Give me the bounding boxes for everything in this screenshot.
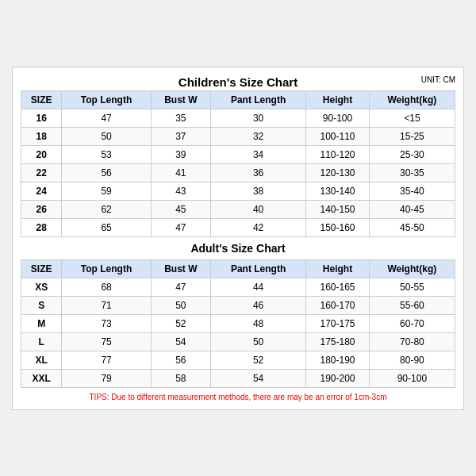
col-bust-w: Bust W	[151, 90, 210, 109]
adult-table-body: XS684744160-16550-55S715046160-17055-60M…	[21, 278, 455, 387]
table-cell: 47	[151, 278, 210, 296]
table-cell: 170-175	[306, 314, 369, 332]
table-cell: 73	[62, 314, 152, 332]
table-row: 20533934110-12025-30	[21, 145, 455, 163]
table-cell: 35-40	[369, 182, 455, 200]
table-cell: 68	[62, 278, 152, 296]
table-row: XXL795854190-20090-100	[21, 369, 455, 387]
table-cell: M	[21, 314, 62, 332]
table-cell: XS	[21, 278, 62, 296]
children-table-body: 1647353090-100<1518503732100-11015-25205…	[21, 109, 455, 236]
table-cell: 100-110	[306, 127, 369, 145]
table-row: S715046160-17055-60	[21, 296, 455, 314]
table-cell: 15-25	[369, 127, 455, 145]
table-row: 28654742150-16045-50	[21, 218, 455, 236]
table-cell: 130-140	[306, 182, 369, 200]
table-row: 24594338130-14035-40	[21, 182, 455, 200]
chart-container: Children's Size Chart UNIT: CM SIZE Top …	[12, 67, 464, 410]
table-row: 26624540140-15040-45	[21, 200, 455, 218]
children-size-table: SIZE Top Length Bust W Pant Length Heigh…	[21, 90, 455, 388]
adult-col-size: SIZE	[21, 259, 62, 278]
adult-header-row: SIZE Top Length Bust W Pant Length Heigh…	[21, 259, 455, 278]
table-cell: 47	[151, 218, 210, 236]
table-cell: 79	[62, 369, 152, 387]
table-cell: 38	[210, 182, 305, 200]
table-cell: XXL	[21, 369, 62, 387]
table-cell: 54	[210, 369, 305, 387]
table-cell: 71	[62, 296, 152, 314]
table-cell: 44	[210, 278, 305, 296]
table-cell: 56	[62, 163, 152, 182]
table-cell: 35	[151, 109, 210, 127]
table-row: M735248170-17560-70	[21, 314, 455, 332]
children-header-row: SIZE Top Length Bust W Pant Length Heigh…	[21, 90, 455, 109]
col-height: Height	[306, 90, 369, 109]
table-cell: 140-150	[306, 200, 369, 218]
unit-label: UNIT: CM	[421, 75, 455, 84]
table-cell: 36	[210, 163, 305, 182]
table-cell: 59	[62, 182, 152, 200]
table-cell: <15	[369, 109, 455, 127]
table-cell: 50	[210, 332, 305, 351]
chart-title: Children's Size Chart UNIT: CM	[21, 75, 455, 89]
table-cell: 47	[62, 109, 152, 127]
col-size: SIZE	[21, 90, 62, 109]
table-cell: 56	[151, 351, 210, 369]
table-row: 18503732100-11015-25	[21, 127, 455, 145]
table-cell: 53	[62, 145, 152, 163]
table-cell: 160-170	[306, 296, 369, 314]
table-cell: 175-180	[306, 332, 369, 351]
table-cell: 16	[21, 109, 62, 127]
table-cell: 18	[21, 127, 62, 145]
table-cell: 70-80	[369, 332, 455, 351]
table-cell: 62	[62, 200, 152, 218]
table-row: 22564136120-13030-35	[21, 163, 455, 182]
tips-text: TIPS: Due to different measurement metho…	[21, 393, 455, 401]
table-cell: 24	[21, 182, 62, 200]
table-cell: 160-165	[306, 278, 369, 296]
table-cell: 28	[21, 218, 62, 236]
table-cell: 77	[62, 351, 152, 369]
col-pant-length: Pant Length	[210, 90, 305, 109]
table-cell: 65	[62, 218, 152, 236]
table-cell: 41	[151, 163, 210, 182]
table-row: L755450175-18070-80	[21, 332, 455, 351]
adult-col-height: Height	[306, 259, 369, 278]
table-cell: 50-55	[369, 278, 455, 296]
table-cell: 75	[62, 332, 152, 351]
table-cell: 190-200	[306, 369, 369, 387]
table-cell: 52	[210, 351, 305, 369]
table-cell: 39	[151, 145, 210, 163]
adult-col-bust-w: Bust W	[151, 259, 210, 278]
table-cell: 150-160	[306, 218, 369, 236]
table-cell: L	[21, 332, 62, 351]
adult-col-pant-length: Pant Length	[210, 259, 305, 278]
table-cell: 42	[210, 218, 305, 236]
col-weight: Weight(kg)	[369, 90, 455, 109]
table-cell: 60-70	[369, 314, 455, 332]
table-cell: 37	[151, 127, 210, 145]
table-cell: 22	[21, 163, 62, 182]
table-cell: 90-100	[306, 109, 369, 127]
adult-col-weight: Weight(kg)	[369, 259, 455, 278]
table-cell: 58	[151, 369, 210, 387]
table-row: XS684744160-16550-55	[21, 278, 455, 296]
table-cell: 120-130	[306, 163, 369, 182]
table-row: XL775652180-19080-90	[21, 351, 455, 369]
table-cell: 26	[21, 200, 62, 218]
table-cell: 45	[151, 200, 210, 218]
table-cell: 180-190	[306, 351, 369, 369]
children-title: Children's Size Chart	[178, 75, 298, 89]
table-cell: 90-100	[369, 369, 455, 387]
table-cell: 46	[210, 296, 305, 314]
table-cell: 25-30	[369, 145, 455, 163]
table-cell: 50	[62, 127, 152, 145]
table-cell: 43	[151, 182, 210, 200]
adult-col-top-length: Top Length	[62, 259, 152, 278]
table-cell: 20	[21, 145, 62, 163]
table-cell: 48	[210, 314, 305, 332]
table-cell: 32	[210, 127, 305, 145]
table-cell: 30	[210, 109, 305, 127]
table-cell: 45-50	[369, 218, 455, 236]
table-cell: 110-120	[306, 145, 369, 163]
